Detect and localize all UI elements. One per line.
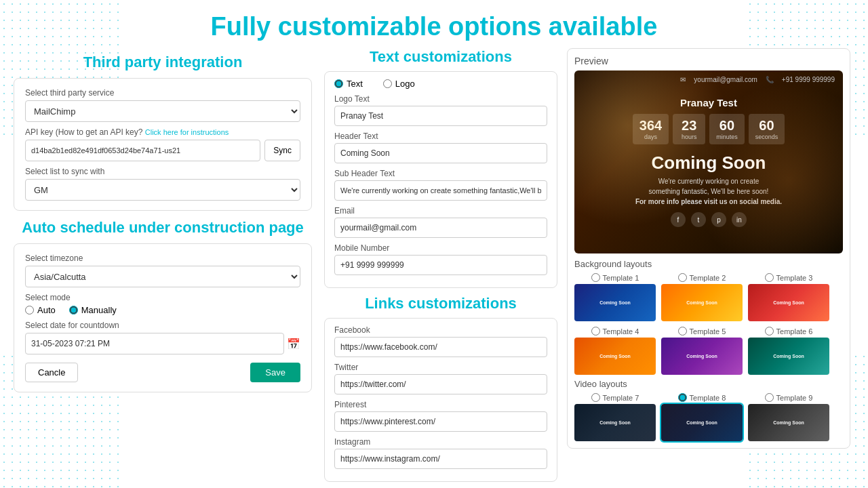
preview-email: yourmail@gmail.com [694, 76, 757, 83]
date-row: 📅 [25, 333, 300, 354]
middle-panel: Text customizations Text Logo Logo Text … [319, 48, 563, 488]
template-8-radio[interactable] [678, 393, 687, 402]
template-item-5: Template 5 Coming Soon [661, 327, 743, 375]
template-6-radio[interactable] [765, 327, 774, 336]
header-text-label: Header Text [334, 131, 547, 141]
template-2-thumb[interactable]: Coming Soon [661, 284, 743, 321]
template-7-thumb[interactable]: Coming Soon [574, 404, 656, 441]
preview-phone-icon: 📞 [766, 76, 774, 83]
preview-phone: +91 9999 999999 [782, 76, 835, 83]
email-field: Email [334, 206, 547, 238]
list-select[interactable]: GM [25, 179, 300, 201]
calendar-icon[interactable]: 📅 [287, 338, 300, 350]
third-party-card: Select third party service MailChimp Oth… [14, 78, 312, 211]
template-item-2: Template 2 Coming Soon [661, 273, 743, 321]
template-9-radio[interactable] [765, 393, 774, 402]
timezone-select[interactable]: Asia/Calcutta [25, 266, 300, 287]
api-key-row: Sync [25, 140, 300, 161]
pinterest-label: Pinterest [334, 400, 547, 409]
text-customizations-title: Text customizations [324, 48, 557, 66]
instagram-input[interactable] [334, 449, 547, 469]
preview-label: Preview [574, 56, 843, 66]
twitter-label: Twitter [334, 363, 547, 372]
text-radio-label[interactable]: Text [334, 79, 363, 89]
cancel-button[interactable]: Cancle [25, 363, 78, 382]
template-3-radio[interactable] [765, 273, 774, 282]
logo-text-label: Logo Text [334, 94, 547, 104]
sub-header-field: Sub Header Text [334, 169, 547, 201]
template-item-3: Template 3 Coming Soon [748, 273, 829, 321]
template-9-label: Template 9 [776, 394, 813, 402]
mobile-input[interactable] [334, 255, 547, 275]
sub-header-input[interactable] [334, 180, 547, 201]
template-5-label: Template 5 [690, 327, 726, 336]
text-radio[interactable] [334, 79, 343, 88]
template-6-label: Template 6 [776, 327, 813, 336]
date-input[interactable] [25, 333, 284, 354]
template-2-radio[interactable] [678, 273, 687, 282]
mode-manually-radio[interactable] [69, 306, 78, 314]
template-3-label: Template 3 [776, 274, 813, 282]
template-4-radio[interactable] [591, 327, 600, 336]
header-text-field: Header Text [334, 131, 547, 163]
template-item-9: Template 9 Coming Soon [748, 393, 829, 441]
logo-radio-text: Logo [395, 79, 415, 89]
date-label: Select date for countdown [25, 321, 300, 330]
template-item-8: Template 8 Coming Soon [661, 393, 743, 441]
api-link[interactable]: Click here for instructions [145, 128, 229, 136]
text-logo-radio-row: Text Logo [334, 79, 547, 89]
mode-auto-text: Auto [37, 305, 56, 315]
sub-header-label: Sub Header Text [334, 169, 547, 178]
template-8-thumb[interactable]: Coming Soon [661, 404, 743, 441]
mode-radio-group: Auto Manually [25, 305, 300, 315]
third-party-title: Third party integration [14, 54, 312, 71]
template-5-thumb[interactable]: Coming Soon [661, 338, 743, 375]
links-customizations-title: Links customizations [324, 295, 557, 312]
mode-auto-radio[interactable] [25, 306, 34, 314]
sync-button[interactable]: Sync [264, 140, 300, 161]
background-layouts-title: Background layouts [574, 259, 843, 269]
email-input[interactable] [334, 218, 547, 238]
instagram-field: Instagram [334, 437, 547, 469]
timezone-label: Select timezone [25, 253, 300, 263]
template-3-thumb[interactable]: Coming Soon [748, 284, 829, 321]
mobile-label: Mobile Number [334, 243, 547, 253]
template-9-thumb[interactable]: Coming Soon [748, 404, 829, 441]
auto-schedule-card: Select timezone Asia/Calcutta Select mod… [14, 243, 312, 392]
template-4-label: Template 4 [603, 327, 639, 336]
pinterest-input[interactable] [334, 411, 547, 432]
template-item-6: Template 6 Coming Soon [748, 327, 829, 375]
mobile-field: Mobile Number [334, 243, 547, 275]
preview-contact-info: ✉ yourmail@gmail.com 📞 +91 9999 999999 [680, 76, 835, 83]
pinterest-field: Pinterest [334, 400, 547, 432]
facebook-input[interactable] [334, 337, 547, 357]
template-6-thumb[interactable]: Coming Soon [748, 338, 829, 375]
list-label: Select list to sync with [25, 167, 300, 176]
background-layouts-section: Background layouts Template 1 Coming Soo… [574, 259, 843, 375]
template-5-radio[interactable] [678, 327, 687, 336]
logo-text-field: Logo Text [334, 94, 547, 126]
background-template-grid: Template 1 Coming Soon Template 2 Coming… [574, 273, 843, 375]
logo-radio-label[interactable]: Logo [383, 79, 415, 89]
save-button[interactable]: Save [250, 363, 300, 382]
template-1-radio[interactable] [591, 273, 600, 282]
text-customizations-card: Text Logo Logo Text Header Text Sub Head… [324, 71, 557, 288]
third-party-select[interactable]: MailChimp Other [25, 100, 300, 122]
logo-text-input[interactable] [334, 106, 547, 126]
api-key-input[interactable] [25, 140, 260, 161]
left-panel: Third party integration Select third par… [7, 48, 319, 488]
logo-radio[interactable] [383, 79, 392, 88]
action-buttons: Cancle Save [25, 363, 300, 382]
twitter-field: Twitter [334, 363, 547, 394]
template-1-thumb[interactable]: Coming Soon [574, 284, 656, 321]
mode-auto-label[interactable]: Auto [25, 305, 56, 315]
preview-image: ✉ yourmail@gmail.com 📞 +91 9999 999999 P… [574, 70, 843, 253]
twitter-input[interactable] [334, 374, 547, 394]
video-layouts-section: Video layouts Template 7 Coming Soon [574, 379, 843, 441]
mode-manually-label[interactable]: Manually [69, 305, 117, 315]
links-customizations-card: Facebook Twitter Pinterest Instagram [324, 318, 557, 482]
template-7-radio[interactable] [591, 393, 600, 402]
header-text-input[interactable] [334, 143, 547, 163]
template-item-1: Template 1 Coming Soon [574, 273, 656, 321]
template-4-thumb[interactable]: Coming Soon [574, 338, 656, 375]
